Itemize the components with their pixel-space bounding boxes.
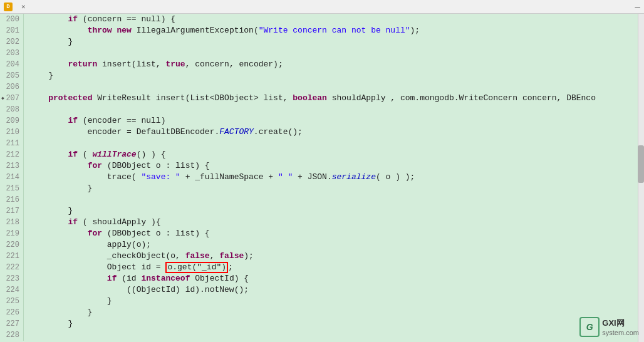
- code-line: 205 }: [0, 70, 636, 81]
- line-number: 219: [0, 228, 24, 239]
- line-number: 212: [0, 149, 24, 160]
- line-number: 203: [0, 48, 24, 59]
- code-line: 213 for (DBObject o : list) {: [0, 160, 636, 172]
- code-line: 201 throw new IllegalArgumentException("…: [0, 25, 636, 36]
- watermark: G GXI网 system.com: [579, 317, 639, 337]
- line-number: 201: [0, 25, 24, 36]
- line-number: 210: [0, 127, 24, 138]
- code-line: 211: [0, 138, 636, 149]
- line-content: for (DBObject o : list) {: [24, 228, 636, 239]
- close-icon[interactable]: ✕: [21, 3, 26, 11]
- line-number: 209: [0, 115, 24, 127]
- line-number: 220: [0, 239, 24, 251]
- line-number: 206: [0, 81, 24, 93]
- main-window: D ✕ — 200 if (concern == null) {201 thro…: [0, 0, 644, 342]
- file-icon: D: [4, 3, 13, 11]
- line-number: 222: [0, 262, 24, 273]
- line-content: }: [24, 296, 636, 307]
- code-line: 210 encoder = DefaultDBEncoder.FACTORY.c…: [0, 127, 636, 138]
- line-number: 226: [0, 307, 24, 318]
- line-content: apply(o);: [24, 239, 636, 251]
- line-number: 200: [0, 14, 24, 25]
- watermark-text: GXI网 system.com: [602, 318, 639, 336]
- line-content: [24, 81, 636, 93]
- code-line: 207 protected WriteResult insert(List<DB…: [0, 93, 636, 104]
- code-line: 222 Object id = o.get("_id");: [0, 262, 636, 273]
- line-content: ((ObjectId) id).notNew();: [24, 284, 636, 296]
- code-line: 227 }: [0, 318, 636, 329]
- code-line: 215 }: [0, 183, 636, 194]
- minimize-icon[interactable]: —: [635, 2, 640, 12]
- line-number: 221: [0, 251, 24, 262]
- line-content: [24, 104, 636, 115]
- line-content: if ( shouldApply ){: [24, 217, 636, 228]
- line-number: 205: [0, 70, 24, 81]
- line-number: 223: [0, 273, 24, 284]
- title-bar: D ✕ —: [0, 0, 644, 14]
- line-content: trace( "save: " + _fullNameSpace + " " +…: [24, 172, 636, 183]
- scrollbar-thumb[interactable]: [638, 145, 644, 183]
- code-line: 223 if (id instanceof ObjectId) {: [0, 273, 636, 284]
- line-number: 202: [0, 36, 24, 48]
- line-content: }: [24, 183, 636, 194]
- line-content: [24, 329, 636, 341]
- line-content: if (encoder == null): [24, 115, 636, 127]
- line-number: 207: [0, 93, 24, 104]
- code-line: 208: [0, 104, 636, 115]
- code-line: 219 for (DBObject o : list) {: [0, 228, 636, 239]
- line-number: 228: [0, 329, 24, 341]
- scrollbar[interactable]: [638, 14, 644, 342]
- line-content: if (id instanceof ObjectId) {: [24, 273, 636, 284]
- code-line: 220 apply(o);: [0, 239, 636, 251]
- watermark-domain: system.com: [602, 329, 639, 336]
- code-line: 200 if (concern == null) {: [0, 14, 636, 25]
- line-number: 214: [0, 172, 24, 183]
- line-content: }: [24, 307, 636, 318]
- line-number: 215: [0, 183, 24, 194]
- line-content: }: [24, 318, 636, 329]
- line-number: 211: [0, 138, 24, 149]
- line-number: 217: [0, 205, 24, 217]
- line-number: 224: [0, 284, 24, 296]
- line-number: 216: [0, 194, 24, 205]
- line-content: if (concern == null) {: [24, 14, 636, 25]
- code-line: 209 if (encoder == null): [0, 115, 636, 127]
- code-line: 204 return insert(list, true, concern, e…: [0, 59, 636, 70]
- code-line: 225 }: [0, 296, 636, 307]
- line-content: [24, 48, 636, 59]
- line-content: encoder = DefaultDBEncoder.FACTORY.creat…: [24, 127, 636, 138]
- highlighted-code: o.get("_id"): [165, 262, 228, 273]
- line-number: 204: [0, 59, 24, 70]
- code-line: 228: [0, 329, 636, 341]
- line-number: 227: [0, 318, 24, 329]
- line-content: [24, 138, 636, 149]
- code-line: 218 if ( shouldApply ){: [0, 217, 636, 228]
- watermark-site: GXI网: [602, 318, 624, 329]
- line-content: return insert(list, true, concern, encod…: [24, 59, 636, 70]
- line-number: 225: [0, 296, 24, 307]
- code-line: 224 ((ObjectId) id).notNew();: [0, 284, 636, 296]
- line-number: 208: [0, 104, 24, 115]
- code-line: 214 trace( "save: " + _fullNameSpace + "…: [0, 172, 636, 183]
- line-content: _checkObject(o, false, false);: [24, 251, 636, 262]
- code-line: 206: [0, 81, 636, 93]
- line-content: [24, 194, 636, 205]
- line-content: }: [24, 205, 636, 217]
- line-content: if ( willTrace() ) {: [24, 149, 636, 160]
- line-content: protected WriteResult insert(List<DBObje…: [24, 93, 636, 104]
- code-line: 202 }: [0, 36, 636, 48]
- line-content: throw new IllegalArgumentException("Writ…: [24, 25, 636, 36]
- line-content: for (DBObject o : list) {: [24, 160, 636, 172]
- watermark-logo: G: [579, 317, 600, 337]
- code-line: 203: [0, 48, 636, 59]
- code-line: 212 if ( willTrace() ) {: [0, 149, 636, 160]
- line-content: }: [24, 70, 636, 81]
- line-number: 218: [0, 217, 24, 228]
- line-number: 213: [0, 160, 24, 172]
- code-line: 221 _checkObject(o, false, false);: [0, 251, 636, 262]
- code-line: 217 }: [0, 205, 636, 217]
- code-line: 216: [0, 194, 636, 205]
- line-content: }: [24, 36, 636, 48]
- line-content: Object id = o.get("_id");: [24, 262, 636, 273]
- code-editor[interactable]: 200 if (concern == null) {201 throw new …: [0, 14, 644, 342]
